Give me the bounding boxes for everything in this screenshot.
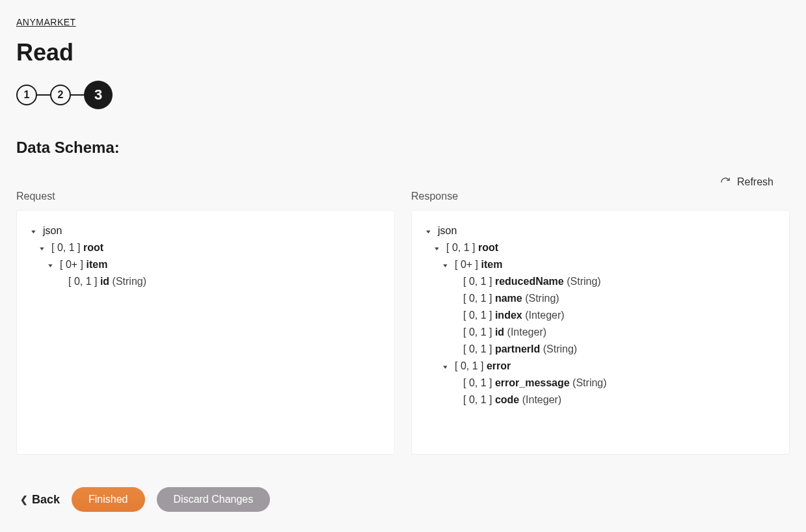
tree-node-item[interactable]: ▼[ 0+ ] item — [47, 256, 381, 273]
cardinality: [ 0+ ] — [455, 259, 481, 270]
chevron-down-icon[interactable]: ▼ — [47, 263, 56, 268]
stepper: 123 — [16, 81, 790, 109]
tree-node-json[interactable]: ▼json — [425, 222, 776, 239]
finished-button[interactable]: Finished — [72, 487, 144, 512]
field-name: partnerId — [495, 343, 540, 354]
step-1[interactable]: 1 — [16, 85, 37, 105]
back-label: Back — [32, 493, 60, 507]
field-name: item — [481, 259, 502, 270]
tree-node-index[interactable]: [ 0, 1 ] index (Integer) — [450, 307, 776, 324]
tree-node-reducedName[interactable]: [ 0, 1 ] reducedName (String) — [450, 273, 776, 290]
field-type: (String) — [109, 276, 146, 287]
cardinality: [ 0, 1 ] — [463, 276, 495, 287]
tree-node-code[interactable]: [ 0, 1 ] code (Integer) — [450, 392, 776, 408]
field-name: root — [83, 242, 103, 253]
chevron-down-icon[interactable]: ▼ — [38, 246, 47, 251]
field-name: error — [487, 360, 511, 371]
tree-node-json[interactable]: ▼json — [30, 222, 381, 239]
cardinality: [ 0, 1 ] — [51, 242, 83, 253]
tree-node-error_message[interactable]: [ 0, 1 ] error_message (String) — [450, 375, 776, 392]
step-3[interactable]: 3 — [84, 81, 113, 109]
field-type: (Integer) — [522, 310, 565, 321]
refresh-icon — [720, 177, 731, 187]
tree-node-root[interactable]: ▼[ 0, 1 ] root — [433, 239, 776, 256]
step-2[interactable]: 2 — [50, 85, 71, 105]
request-panel: Request ▼json▼[ 0, 1 ] root▼[ 0+ ] item[… — [16, 191, 395, 455]
cardinality: [ 0, 1 ] — [455, 360, 487, 371]
field-name: name — [495, 293, 522, 304]
response-tree: ▼json▼[ 0, 1 ] root▼[ 0+ ] item[ 0, 1 ] … — [411, 210, 790, 455]
refresh-label: Refresh — [737, 176, 773, 188]
field-type: (String) — [522, 293, 559, 304]
discard-changes-button[interactable]: Discard Changes — [157, 487, 271, 512]
tree-node-id[interactable]: [ 0, 1 ] id (Integer) — [450, 324, 776, 341]
tree-node-root[interactable]: ▼[ 0, 1 ] root — [38, 239, 381, 256]
chevron-down-icon[interactable]: ▼ — [442, 263, 451, 268]
field-name: id — [100, 276, 109, 287]
tree-node-name[interactable]: [ 0, 1 ] name (String) — [450, 290, 776, 307]
refresh-button[interactable]: Refresh — [720, 176, 773, 188]
field-type: (String) — [540, 343, 577, 354]
field-type: (String) — [564, 276, 601, 287]
tree-node-item[interactable]: ▼[ 0+ ] item — [442, 256, 776, 273]
field-name: index — [495, 310, 522, 321]
cardinality: [ 0, 1 ] — [463, 326, 495, 338]
tree-node-error[interactable]: ▼[ 0, 1 ] error — [442, 358, 776, 375]
field-name: json — [43, 225, 62, 236]
cardinality: [ 0+ ] — [60, 259, 86, 270]
field-type: (Integer) — [504, 326, 546, 338]
cardinality: [ 0, 1 ] — [463, 343, 495, 354]
breadcrumb-link[interactable]: ANYMARKET — [16, 17, 76, 27]
chevron-down-icon[interactable]: ▼ — [30, 229, 39, 234]
chevron-down-icon[interactable]: ▼ — [433, 246, 442, 251]
field-name: item — [86, 259, 107, 270]
field-name: reducedName — [495, 276, 564, 287]
field-type: (String) — [570, 377, 607, 388]
chevron-down-icon[interactable]: ▼ — [425, 229, 434, 234]
field-name: root — [478, 242, 498, 253]
cardinality: [ 0, 1 ] — [68, 276, 100, 287]
field-type: (Integer) — [519, 394, 561, 405]
cardinality: [ 0, 1 ] — [446, 242, 478, 253]
footer: ❮ Back Finished Discard Changes — [16, 481, 790, 512]
step-connector — [71, 94, 84, 96]
tree-node-id[interactable]: [ 0, 1 ] id (String) — [55, 273, 381, 290]
section-title: Data Schema: — [16, 139, 790, 157]
response-label: Response — [411, 191, 790, 202]
cardinality: [ 0, 1 ] — [463, 293, 495, 304]
field-name: json — [438, 225, 457, 236]
tree-node-partnerId[interactable]: [ 0, 1 ] partnerId (String) — [450, 341, 776, 358]
field-name: error_message — [495, 377, 570, 388]
chevron-left-icon: ❮ — [20, 494, 28, 505]
field-name: id — [495, 326, 504, 338]
request-label: Request — [16, 191, 395, 202]
field-name: code — [495, 394, 519, 405]
cardinality: [ 0, 1 ] — [463, 377, 495, 388]
chevron-down-icon[interactable]: ▼ — [442, 364, 451, 369]
step-connector — [37, 94, 50, 96]
cardinality: [ 0, 1 ] — [463, 310, 495, 321]
cardinality: [ 0, 1 ] — [463, 394, 495, 405]
request-tree: ▼json▼[ 0, 1 ] root▼[ 0+ ] item[ 0, 1 ] … — [16, 210, 395, 455]
page-title: Read — [16, 39, 790, 66]
response-panel: Response ▼json▼[ 0, 1 ] root▼[ 0+ ] item… — [411, 191, 790, 455]
back-button[interactable]: ❮ Back — [20, 493, 60, 507]
